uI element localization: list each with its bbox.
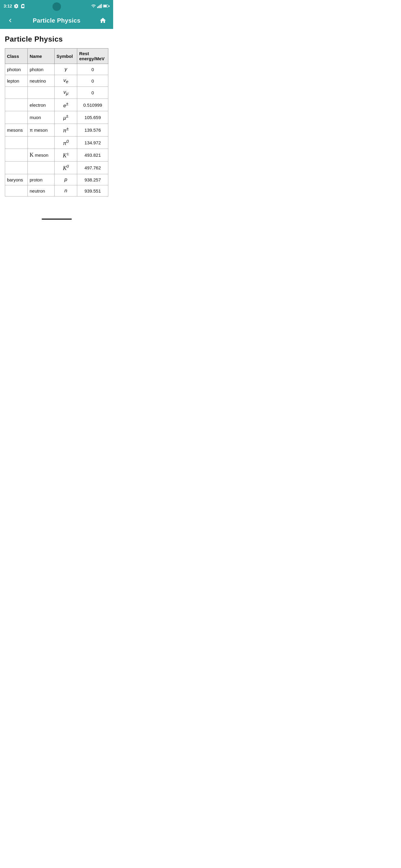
cell-class (5, 111, 28, 124)
header-energy: Rest energy/MeV (77, 49, 108, 64)
cell-class (5, 161, 28, 174)
table-row: K mesonK±493.821 (5, 149, 108, 161)
cell-symbol: n (55, 185, 77, 196)
cell-name (28, 161, 55, 174)
table-row: baryonsprotonp938.257 (5, 174, 108, 185)
cell-energy: 938.257 (77, 174, 108, 185)
cell-name: neutron (28, 185, 55, 196)
main-content: Particle Physics Class Name Symbol Rest … (0, 29, 113, 203)
home-icon (99, 17, 107, 24)
cell-name (28, 87, 55, 98)
cell-name: muon (28, 111, 55, 124)
cell-name: neutrino (28, 75, 55, 87)
cell-energy: 497.762 (77, 161, 108, 174)
sim-icon (21, 4, 25, 8)
cell-symbol: K0 (55, 161, 77, 174)
cell-class: baryons (5, 174, 28, 185)
home-button[interactable] (97, 15, 108, 26)
cell-energy: 0 (77, 87, 108, 98)
cell-name: K meson (28, 149, 55, 161)
cell-energy: 0.510999 (77, 98, 108, 111)
table-row: neutronn939.551 (5, 185, 108, 196)
back-icon (7, 17, 14, 24)
status-bar: 3:12 (0, 0, 113, 12)
cell-class (5, 185, 28, 196)
cell-energy: 493.821 (77, 149, 108, 161)
cell-class: photon (5, 64, 28, 75)
wifi-icon (91, 4, 96, 8)
status-time-area: 3:12 (4, 4, 25, 8)
cell-energy: 0 (77, 75, 108, 87)
cell-symbol: ve (55, 75, 77, 87)
battery-icon (103, 4, 110, 7)
table-row: electrone±0.510999 (5, 98, 108, 111)
cell-symbol: e± (55, 98, 77, 111)
camera-notch (53, 2, 61, 11)
cell-name: electron (28, 98, 55, 111)
cell-class: mesons (5, 124, 28, 136)
cell-name: proton (28, 174, 55, 185)
cell-symbol: μ± (55, 111, 77, 124)
table-row: muonμ±105.659 (5, 111, 108, 124)
table-row: vμ0 (5, 87, 108, 98)
status-icons (91, 4, 110, 8)
cell-class (5, 136, 28, 149)
cell-energy: 939.551 (77, 185, 108, 196)
cell-symbol: π0 (55, 136, 77, 149)
cell-class (5, 149, 28, 161)
bottom-nav (0, 215, 113, 224)
page-title: Particle Physics (5, 35, 108, 43)
table-row: mesonsπ mesonπ±139.576 (5, 124, 108, 136)
cell-energy: 0 (77, 64, 108, 75)
cell-energy: 139.576 (77, 124, 108, 136)
cell-name: photon (28, 64, 55, 75)
cell-symbol: vμ (55, 87, 77, 98)
table-header-row: Class Name Symbol Rest energy/MeV (5, 49, 108, 64)
header-symbol: Symbol (55, 49, 77, 64)
cell-symbol: p (55, 174, 77, 185)
settings-icon (14, 4, 19, 8)
cell-energy: 105.659 (77, 111, 108, 124)
nav-indicator (41, 218, 72, 220)
cell-class (5, 87, 28, 98)
cell-symbol: K± (55, 149, 77, 161)
particle-table: Class Name Symbol Rest energy/MeV photon… (5, 48, 108, 196)
header-name: Name (28, 49, 55, 64)
cell-name (28, 136, 55, 149)
back-button[interactable] (5, 15, 16, 26)
cell-symbol: π± (55, 124, 77, 136)
table-row: photonphotonγ0 (5, 64, 108, 75)
cell-class (5, 98, 28, 111)
cell-class: lepton (5, 75, 28, 87)
table-row: leptonneutrinove0 (5, 75, 108, 87)
app-bar-title: Particle Physics (16, 17, 97, 24)
cell-name: π meson (28, 124, 55, 136)
app-bar: Particle Physics (0, 12, 113, 29)
status-time: 3:12 (4, 4, 12, 8)
cell-symbol: γ (55, 64, 77, 75)
table-row: K0497.762 (5, 161, 108, 174)
header-class: Class (5, 49, 28, 64)
cell-energy: 134.972 (77, 136, 108, 149)
signal-icon (97, 4, 102, 8)
table-row: π0134.972 (5, 136, 108, 149)
